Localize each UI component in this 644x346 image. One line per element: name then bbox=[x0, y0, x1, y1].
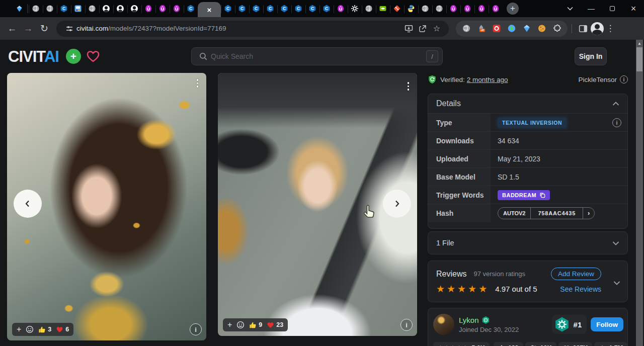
profile-avatar[interactable] bbox=[590, 22, 604, 36]
minimize-button[interactable]: — bbox=[581, 0, 602, 17]
heart-reaction[interactable]: 23 bbox=[267, 321, 283, 328]
tab-python-icon[interactable] bbox=[404, 0, 418, 17]
carousel-next-button[interactable] bbox=[383, 190, 411, 218]
tab-civitai-icon[interactable]: C bbox=[319, 0, 334, 17]
tab-github-icon[interactable] bbox=[113, 0, 127, 17]
tab-git-icon[interactable] bbox=[390, 0, 404, 17]
extension-cookie-icon[interactable] bbox=[534, 21, 549, 36]
address-bar[interactable]: civitai.com/models/72437?modelVersionId=… bbox=[56, 21, 449, 37]
thumbsup-reaction[interactable]: 9 bbox=[249, 321, 262, 329]
tab-close-icon[interactable]: × bbox=[207, 6, 212, 14]
tab-civitai-icon[interactable]: C bbox=[184, 0, 198, 17]
carousel-prev-button[interactable] bbox=[14, 190, 42, 218]
extension-flame-off-icon[interactable]: off bbox=[474, 21, 489, 36]
hash-expand-chevron-icon[interactable]: › bbox=[583, 208, 594, 219]
favorites-heart-icon[interactable] bbox=[86, 50, 100, 63]
browser-menu-icon[interactable]: ⋮ bbox=[604, 23, 616, 34]
model-image-card-1[interactable]: + 3 6 i bbox=[7, 73, 206, 340]
tab-civitai-icon[interactable]: C bbox=[277, 0, 291, 17]
tab-u-badge-icon[interactable]: Û bbox=[155, 0, 170, 17]
tab-search-caret-icon[interactable] bbox=[559, 0, 581, 17]
copy-icon[interactable] bbox=[539, 192, 545, 198]
sign-in-button[interactable]: Sign In bbox=[575, 47, 607, 65]
tab-globe-icon[interactable] bbox=[43, 0, 57, 17]
tab-globe-icon[interactable] bbox=[85, 0, 99, 17]
chevron-down-icon[interactable] bbox=[612, 241, 619, 245]
chevron-up-icon[interactable] bbox=[612, 102, 619, 106]
creator-name-link[interactable]: Lykon bbox=[459, 316, 478, 324]
creator-avatar[interactable] bbox=[433, 314, 454, 335]
tab-globe-icon[interactable] bbox=[362, 0, 376, 17]
heart-reaction[interactable]: 6 bbox=[56, 326, 69, 333]
tab-globe-icon[interactable] bbox=[432, 0, 446, 17]
hash-pill[interactable]: AUTOV2 758AAC4435 › bbox=[498, 207, 595, 219]
chevron-down-icon[interactable] bbox=[613, 278, 620, 287]
verified-time-link[interactable]: 2 months ago bbox=[467, 76, 508, 83]
tab-civitai-icon[interactable]: C bbox=[291, 0, 305, 17]
bookmark-star-icon[interactable]: ☆ bbox=[430, 22, 444, 36]
image-menu-dots-icon[interactable] bbox=[406, 80, 412, 93]
site-info-icon[interactable] bbox=[65, 25, 73, 33]
tab-globe-icon[interactable] bbox=[29, 0, 43, 17]
type-info-icon[interactable]: i bbox=[612, 118, 621, 127]
trigger-word-badge[interactable]: BADDREAM bbox=[498, 190, 550, 200]
tab-civitai-icon[interactable]: C bbox=[263, 0, 277, 17]
page-scrollbar[interactable]: ▲ bbox=[636, 40, 643, 346]
follow-button[interactable]: Follow bbox=[591, 317, 623, 331]
forward-button[interactable]: → bbox=[20, 21, 36, 37]
extension-red-o-icon[interactable] bbox=[489, 21, 504, 36]
new-tab-button[interactable]: + bbox=[507, 3, 519, 15]
tab-u-badge-icon[interactable]: Û bbox=[489, 0, 503, 17]
creator-rank-badge[interactable]: #1 bbox=[552, 315, 587, 334]
extension-globe-icon[interactable] bbox=[459, 21, 474, 36]
smiley-reaction-button[interactable] bbox=[236, 321, 245, 329]
share-icon[interactable] bbox=[416, 22, 430, 36]
reload-button[interactable]: ↻ bbox=[36, 21, 52, 37]
tab-nvidia-icon[interactable] bbox=[376, 0, 390, 17]
thumbsup-reaction[interactable]: 3 bbox=[38, 326, 51, 333]
tab-civitai-icon[interactable]: C bbox=[235, 0, 249, 17]
tab-gear-icon[interactable] bbox=[348, 0, 362, 17]
tab-u-badge-icon[interactable]: Û bbox=[170, 0, 184, 17]
civitai-logo[interactable]: CIVITAI bbox=[8, 49, 59, 64]
scroll-up-arrow-icon[interactable]: ▲ bbox=[636, 40, 643, 47]
maximize-button[interactable] bbox=[602, 0, 623, 17]
format-info-icon[interactable]: i bbox=[620, 75, 628, 83]
extension-earth-icon[interactable] bbox=[504, 21, 519, 36]
details-header[interactable]: Details bbox=[428, 94, 627, 113]
tab-globe-icon[interactable] bbox=[418, 0, 432, 17]
files-card[interactable]: 1 File bbox=[428, 231, 628, 254]
tab-u-badge-icon[interactable]: Û bbox=[446, 0, 460, 17]
url-text[interactable]: civitai.com/models/72437?modelVersionId=… bbox=[76, 25, 401, 32]
see-reviews-link[interactable]: See Reviews bbox=[560, 285, 601, 293]
tab-app-grid-icon[interactable] bbox=[71, 0, 85, 17]
install-icon[interactable] bbox=[401, 22, 416, 36]
tab-github-icon[interactable] bbox=[99, 0, 113, 17]
scrollbar-thumb[interactable] bbox=[636, 47, 642, 71]
add-reaction-button[interactable]: + bbox=[17, 325, 21, 333]
tab-civitai-icon[interactable]: C bbox=[249, 0, 263, 17]
add-review-button[interactable]: Add Review bbox=[551, 268, 601, 280]
side-panel-icon[interactable] bbox=[576, 22, 590, 36]
tab-github-icon[interactable] bbox=[127, 0, 141, 17]
tab-u-badge-icon[interactable]: Û bbox=[141, 0, 155, 17]
tab-u-badge-icon[interactable]: Û bbox=[460, 0, 474, 17]
add-reaction-button[interactable]: + bbox=[227, 321, 232, 329]
hash-value[interactable]: 758AAC4435 bbox=[530, 208, 583, 219]
image-info-button[interactable]: i bbox=[190, 323, 202, 335]
pinned-tab-gem[interactable] bbox=[12, 0, 26, 17]
type-badge[interactable]: TEXTUAL INVERSION bbox=[498, 118, 567, 128]
tab-u-badge-icon[interactable]: Û bbox=[334, 0, 348, 17]
extension-puzzle-icon[interactable] bbox=[549, 21, 565, 36]
close-window-button[interactable]: × bbox=[623, 0, 644, 17]
create-plus-button[interactable]: + bbox=[66, 49, 81, 64]
tab-civitai-icon[interactable]: C bbox=[305, 0, 319, 17]
model-image-card-2[interactable]: + 9 23 i bbox=[218, 73, 417, 336]
tab-civitai-icon[interactable]: C bbox=[57, 0, 71, 17]
image-menu-dots-icon[interactable] bbox=[195, 77, 201, 90]
tab-civitai-icon[interactable]: C bbox=[221, 0, 235, 17]
smiley-reaction-button[interactable] bbox=[26, 325, 34, 333]
tab-active[interactable]: × bbox=[198, 2, 221, 17]
tab-u-badge-icon[interactable]: Û bbox=[474, 0, 489, 17]
back-button[interactable]: ← bbox=[4, 21, 20, 37]
